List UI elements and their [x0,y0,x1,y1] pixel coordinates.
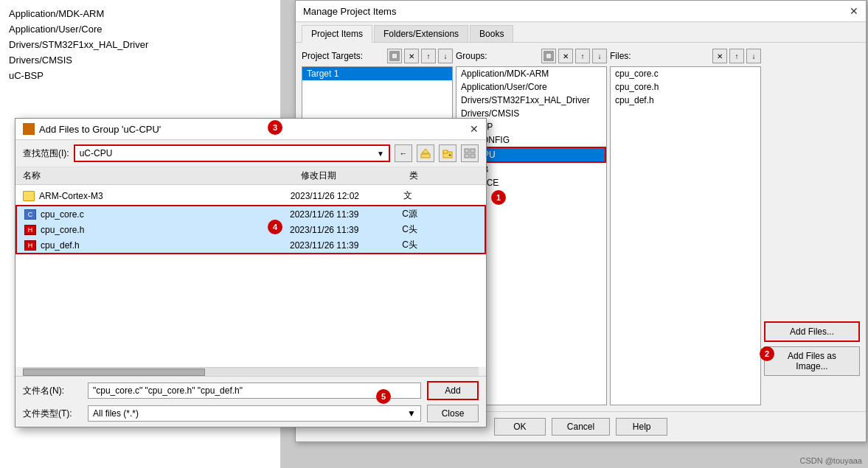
files-up-btn[interactable]: ↑ [729,49,744,63]
filename-row: 文件名(N): Add [23,381,479,400]
bg-item-4: Drivers/CMSIS [9,52,271,68]
groups-down-btn[interactable]: ↓ [592,49,607,63]
tab-books[interactable]: Books [470,25,513,42]
nav-up-btn[interactable] [417,144,434,162]
svg-rect-4 [421,154,430,158]
project-targets-down-btn[interactable]: ↓ [438,49,453,63]
file-list-body[interactable]: ARM-Cortex-M3 2023/11/26 12:02 文 C cpu_c… [15,185,486,367]
tab-project-items[interactable]: Project Items [302,25,372,43]
file-name-cpu-core-h: H cpu_core.h [24,225,249,235]
group-item-2[interactable]: Drivers/STM32F1xx_HAL_Driver [456,94,606,107]
svg-rect-12 [471,154,475,158]
file-item-1[interactable]: cpu_core.h [611,80,760,94]
group-item-0[interactable]: Application/MDK-ARM [456,67,606,80]
folder-name: ARM-Cortex-M3 [39,191,103,201]
groups-delete-btn[interactable]: ✕ [558,49,573,63]
add-button[interactable]: Add [427,381,479,400]
file-item-0[interactable]: cpu_core.c [611,67,760,80]
nav-new-folder-btn[interactable]: + [439,144,456,162]
svg-marker-5 [422,149,429,153]
svg-rect-3 [546,53,552,59]
svg-rect-1 [392,53,397,59]
location-dropdown[interactable]: uC-CPU ▼ [74,144,390,162]
folder-icon [23,191,35,201]
col-header-name: 名称 [23,170,232,182]
groups-up-btn[interactable]: ↑ [575,49,590,63]
project-targets-header: Project Targets: ✕ ↑ ↓ [302,49,453,63]
location-value: uC-CPU [80,148,113,158]
badge-5: 5 [376,389,391,404]
add-files-button[interactable]: Add Files... [764,321,860,342]
close-button-2[interactable]: Close [427,405,479,422]
col-header-date: 修改日期 [232,170,406,182]
svg-rect-7 [443,150,448,153]
filetype-row: 文件类型(T): All files (*.*) ▼ Close [23,405,479,422]
groups-header: Groups: ✕ ↑ ↓ [456,49,607,63]
right-action-panel: Add Files... Add Files as Image... [764,49,860,405]
files-list[interactable]: cpu_core.c cpu_core.h cpu_def.h [610,66,761,405]
file-type-folder: 文 [400,189,479,202]
files-label: Files: [610,51,710,61]
filename-cpu-core-h: cpu_core.h [41,225,84,235]
add-files-dialog: Add Files to Group 'uC-CPU' ✕ 查找范围(I): u… [15,118,487,427]
add-files-dialog-title: Add Files to Group 'uC-CPU' [39,124,161,135]
filetype-dropdown-arrow: ▼ [407,408,416,419]
groups-new-btn[interactable] [541,49,556,63]
file-row-cpu-core-h[interactable]: H cpu_core.h 2023/11/26 11:39 C头 [17,222,485,237]
project-targets-up-btn[interactable]: ↑ [421,49,436,63]
cancel-button[interactable]: Cancel [552,418,610,436]
filename-cpu-core-c: cpu_core.c [41,209,84,220]
scrollbar-thumb[interactable] [23,369,205,376]
svg-rect-11 [465,154,469,158]
manage-close-button[interactable]: ✕ [850,5,858,17]
file-row-folder[interactable]: ARM-Cortex-M3 2023/11/26 12:02 文 [15,188,486,203]
file-item-2[interactable]: cpu_def.h [611,94,760,107]
file-name-folder: ARM-Cortex-M3 [23,191,249,201]
file-date-cpu-def-h: 2023/11/26 11:39 [249,240,399,251]
badge-4: 4 [268,220,282,234]
tab-folders-extensions[interactable]: Folders/Extensions [374,25,468,42]
horizontal-scrollbar[interactable] [23,367,479,376]
filetype-label: 文件类型(T): [23,408,82,420]
group-item-1[interactable]: Application/User/Core [456,80,606,94]
project-targets-new-btn[interactable] [387,49,402,63]
files-delete-btn[interactable]: ✕ [712,49,727,63]
add-files-image-button[interactable]: Add Files as Image... [764,346,860,376]
add-files-footer: 文件名(N): Add 文件类型(T): All files (*.*) ▼ C… [15,376,486,427]
svg-rect-9 [465,149,469,153]
bg-item-1: Application/MDK-ARM [9,6,271,21]
file-type-cpu-core-h: C头 [399,223,477,236]
filetype-select[interactable]: All files (*.*) ▼ [88,405,421,422]
col-header-type: 类 [406,170,479,182]
h-file-icon-1: H [24,225,36,235]
location-label: 查找范围(I): [23,147,69,160]
project-targets-delete-btn[interactable]: ✕ [404,49,419,63]
add-files-toolbar: 查找范围(I): uC-CPU ▼ ← + [15,140,486,167]
file-row-cpu-core-c[interactable]: C cpu_core.c 2023/11/26 11:39 C源 [17,206,485,222]
file-row-cpu-def-h[interactable]: H cpu_def.h 2023/11/26 11:39 C头 [17,237,485,253]
file-list-header: 名称 修改日期 类 [15,167,486,185]
groups-label: Groups: [456,51,539,61]
filename-input[interactable] [88,383,421,399]
file-name-cpu-def-h: H cpu_def.h [24,240,249,251]
manage-tabs: Project Items Folders/Extensions Books [296,22,866,43]
project-target-item[interactable]: Target 1 [302,67,452,80]
ok-button[interactable]: OK [494,418,546,436]
bg-item-5: uC-BSP [9,68,271,83]
add-files-dialog-icon [23,123,35,135]
files-down-btn[interactable]: ↓ [746,49,761,63]
svg-rect-10 [471,149,475,153]
location-dropdown-arrow: ▼ [377,150,384,158]
file-type-cpu-def-h: C头 [399,239,477,251]
h-file-icon-2: H [24,240,36,251]
badge-2: 2 [760,346,774,361]
filename-label: 文件名(N): [23,385,82,397]
file-date-folder: 2023/11/26 12:02 [249,191,400,201]
nav-back-btn[interactable]: ← [395,144,412,162]
nav-view-btn[interactable] [461,144,479,162]
help-button[interactable]: Help [616,418,667,436]
add-files-close-button[interactable]: ✕ [470,123,479,135]
project-targets-label: Project Targets: [302,51,385,61]
filename-cpu-def-h: cpu_def.h [41,240,80,251]
manage-title-bar: Manage Project Items ✕ [296,1,866,22]
